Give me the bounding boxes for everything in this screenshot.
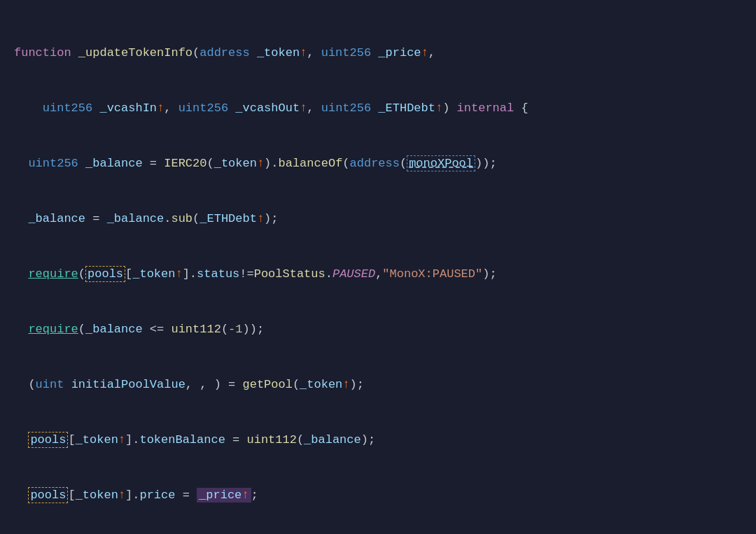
line-2: uint256 _vcashIn↑, uint256 _vcashOut↑, u… bbox=[14, 99, 742, 118]
code-viewer: function _updateTokenInfo(address _token… bbox=[0, 0, 756, 534]
line-1: function _updateTokenInfo(address _token… bbox=[14, 44, 742, 62]
function-keyword: function bbox=[14, 46, 71, 59]
line-9: pools[_token↑].price = _price↑; bbox=[14, 486, 742, 505]
line-3: uint256 _balance = IERC20(_token↑).balan… bbox=[14, 155, 742, 173]
line-6: require(_balance <= uint112(-1)); bbox=[14, 321, 742, 339]
line-7: (uint initialPoolValue, , ) = getPool(_t… bbox=[14, 376, 742, 394]
line-5: require(pools[_token↑].status!=PoolStatu… bbox=[14, 265, 742, 283]
function-name: _updateTokenInfo bbox=[78, 46, 192, 59]
line-4: _balance = _balance.sub(_ETHDebt↑); bbox=[14, 210, 742, 228]
line-8: pools[_token↑].tokenBalance = uint112(_b… bbox=[14, 431, 742, 449]
